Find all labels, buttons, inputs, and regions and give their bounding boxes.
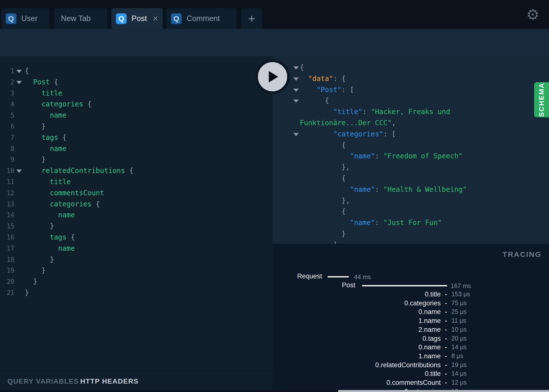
tracing-resolver-row: 0.tags-20 μs (273, 335, 549, 344)
code-text: { (300, 206, 346, 217)
resolver-duration: 153 μs (451, 291, 470, 298)
editor-line[interactable]: 19 } (0, 265, 273, 276)
code-text: "name": "Freedom of Speech" (300, 151, 463, 162)
token-punc: { (67, 233, 75, 241)
execute-button[interactable] (255, 59, 290, 94)
response-line: } (273, 228, 549, 240)
token-str: "Just For Fun" (383, 219, 442, 227)
resolver-label: 0.title (425, 291, 441, 298)
fold-arrow-icon[interactable] (293, 99, 299, 103)
http-headers-tab[interactable]: HTTP HEADERS (80, 377, 138, 385)
tab-label: User (21, 14, 37, 23)
editor-line[interactable]: 4 categories { (0, 99, 273, 110)
resolver-separator: - (443, 361, 448, 368)
code-text: } (25, 221, 54, 232)
fold-arrow-icon[interactable] (16, 81, 22, 84)
token-punc: { (25, 67, 29, 75)
query-editor[interactable]: 1{2 Post {3 title4 categories {5 name6 }… (0, 56, 273, 370)
resolver-label: 2.name (418, 326, 441, 334)
line-number: 15 (0, 221, 14, 232)
tracing-resolver-row: 1.name-8 μs (273, 352, 549, 361)
play-icon (269, 71, 278, 82)
tab-label: Comment (187, 14, 220, 23)
code-text: title (25, 176, 71, 188)
editor-line[interactable]: 7 tags { (0, 132, 273, 143)
token-punc: } (25, 289, 29, 297)
resolver-separator: - (443, 370, 448, 377)
resolver-label: 1.name (418, 352, 441, 360)
token-key: "name" (350, 219, 375, 227)
token-punc: { (125, 167, 134, 175)
line-number: 7 (0, 132, 14, 143)
response-lines: { "data": { "Post": [ { "title": "Hacker… (273, 62, 549, 244)
editor-line[interactable]: 6 } (0, 121, 273, 132)
tab-comment[interactable]: Q Comment (166, 8, 236, 29)
editor-line[interactable]: 1{ (0, 66, 273, 77)
fold-arrow-icon[interactable] (293, 77, 299, 81)
add-tab-button[interactable]: + (241, 8, 262, 29)
token-key: "name" (350, 185, 375, 194)
line-number: 4 (0, 99, 14, 110)
line-number: 1 (0, 66, 14, 77)
code-text: "Post": [ (300, 84, 354, 96)
response-line: { (273, 95, 549, 106)
query-variables-tab[interactable]: QUERY VARIABLES (7, 377, 79, 385)
editor-line[interactable]: 2 Post { (0, 77, 273, 88)
horizontal-scrollbar[interactable] (338, 390, 549, 392)
tracing-resolver-row: 0.commentsCount-12 μs (273, 379, 549, 388)
request-bar (328, 276, 349, 277)
code-text: name (25, 243, 75, 254)
code-text: "data": { (300, 73, 346, 84)
editor-line[interactable]: 12 commentsCount (0, 188, 273, 199)
editor-line[interactable]: 8 name (0, 143, 273, 154)
token-field: relatedContributions (41, 167, 125, 175)
response-line: "data": { (273, 73, 549, 84)
editor-line[interactable]: 14 name (0, 210, 273, 221)
editor-line[interactable]: 13 categories { (0, 199, 273, 210)
editor-line[interactable]: 20 } (0, 276, 273, 287)
token-punc: { (342, 207, 346, 216)
close-tab-icon[interactable]: × (153, 14, 158, 23)
resolver-duration: 20 μs (451, 335, 467, 342)
line-number: 6 (0, 121, 14, 132)
editor-line[interactable]: 5 name (0, 110, 273, 121)
code-text: { (300, 95, 329, 106)
resolver-label: 0.name (418, 343, 441, 351)
response-line: { (273, 173, 549, 184)
resolver-duration: 10 μs (451, 326, 467, 333)
editor-line[interactable]: 10 relatedContributions { (0, 165, 273, 176)
line-number: 17 (0, 243, 14, 254)
fold-arrow-icon[interactable] (293, 89, 299, 92)
resolver-duration: 14 μs (451, 370, 467, 377)
tab-new-tab[interactable]: New Tab (54, 8, 107, 29)
token-punc: } (33, 277, 37, 286)
line-number: 21 (0, 287, 14, 298)
editor-line[interactable]: 17 name (0, 243, 273, 254)
response-line: "name": "Just For Fun" (273, 217, 549, 228)
response-line: ] (273, 240, 549, 244)
token-punc: { (342, 174, 346, 182)
editor-line[interactable]: 15 } (0, 221, 273, 232)
tracing-operation-row: Post 167 ms (273, 281, 549, 290)
fold-arrow-icon[interactable] (16, 70, 22, 73)
token-punc: }, (342, 196, 350, 205)
editor-line[interactable]: 9 } (0, 154, 273, 165)
editor-line[interactable]: 16 tags { (0, 232, 273, 243)
fold-arrow-icon[interactable] (293, 133, 299, 136)
editor-line[interactable]: 18 } (0, 254, 273, 265)
editor-line[interactable]: 3 title (0, 88, 273, 99)
code-text: tags { (25, 132, 67, 143)
token-str: "Freedom of Speech" (383, 152, 463, 160)
token-punc: { (342, 141, 346, 149)
settings-gear-icon[interactable]: ⚙ (526, 6, 540, 23)
fold-arrow-icon[interactable] (293, 66, 299, 70)
token-field: tags (50, 233, 66, 241)
tab-post[interactable]: Q Post × (111, 8, 163, 29)
fold-arrow-icon[interactable] (16, 170, 22, 173)
schema-side-tab[interactable]: SCHEMA (534, 82, 549, 117)
response-line: "categories": [ (273, 129, 549, 140)
tab-user[interactable]: Q User (1, 8, 50, 29)
editor-line[interactable]: 11 title (0, 176, 273, 188)
response-line: Funktionäre...Der CCC", (273, 118, 549, 129)
editor-line[interactable]: 21} (0, 287, 273, 298)
